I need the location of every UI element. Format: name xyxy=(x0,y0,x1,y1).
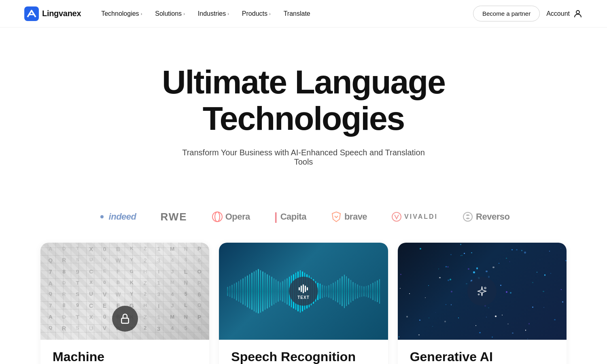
card-speech-title: Speech Recognition xyxy=(231,349,376,364)
hero-section: Ultimate Language Technologies Transform… xyxy=(0,28,607,191)
nav-item-solutions[interactable]: Solutions › xyxy=(149,7,191,21)
svg-point-1 xyxy=(576,11,579,14)
card-machine-translation[interactable]: ADTX0BKZ1MNPQRSUVWY23456789CEFGHIJLOADTX… xyxy=(40,243,209,364)
partners-logos: indeed RWE Opera | Capita brave VIVALDI xyxy=(0,191,607,243)
nav-item-products[interactable]: Products › xyxy=(236,7,276,21)
card-ai-body: Generative AI xyxy=(398,340,567,364)
chevron-icon: › xyxy=(141,11,142,16)
svg-point-2 xyxy=(100,215,104,218)
svg-rect-12 xyxy=(307,287,308,290)
lock-icon-overlay xyxy=(112,306,138,332)
chevron-icon: › xyxy=(227,11,229,16)
card-ai-title: Generative AI xyxy=(410,349,554,364)
logo-brave: brave xyxy=(331,211,367,222)
logo-icon xyxy=(24,6,39,21)
logo-text: Lingvanex xyxy=(42,9,81,18)
logo-reverso: Reverso xyxy=(462,211,509,222)
nav-item-technologies[interactable]: Technologies › xyxy=(96,7,148,21)
logo-opera: Opera xyxy=(212,211,250,222)
opera-icon xyxy=(212,211,223,222)
logo-rwe: RWE xyxy=(161,211,187,223)
card-speech-body: Speech Recognition xyxy=(219,340,388,364)
card-speech-recognition[interactable]: TEXT Speech Recognition xyxy=(219,243,388,364)
chevron-icon: › xyxy=(183,11,185,16)
svg-point-14 xyxy=(478,294,480,295)
svg-rect-8 xyxy=(299,287,300,290)
svg-rect-0 xyxy=(24,6,39,21)
lock-icon xyxy=(119,313,131,325)
vivaldi-icon xyxy=(391,212,402,222)
svg-point-5 xyxy=(392,212,401,221)
svg-rect-9 xyxy=(301,286,302,292)
logo-indeed: indeed xyxy=(98,212,136,222)
card-machine-title: MachineTranslation xyxy=(53,349,197,364)
svg-point-3 xyxy=(212,212,222,222)
waveform-icon xyxy=(298,283,309,294)
logo-vivaldi: VIVALDI xyxy=(391,212,438,222)
nav-links: Technologies › Solutions › Industries › … xyxy=(96,7,473,21)
chevron-icon: › xyxy=(269,11,271,16)
brave-icon xyxy=(331,211,342,222)
svg-rect-7 xyxy=(121,318,129,324)
svg-rect-10 xyxy=(303,284,304,293)
hero-subtitle: Transform Your Business with AI-Enhanced… xyxy=(174,148,433,167)
svg-point-4 xyxy=(215,212,220,222)
nav-item-translate[interactable]: Translate xyxy=(278,7,316,21)
navbar: Lingvanex Technologies › Solutions › Ind… xyxy=(0,0,607,28)
reverso-icon xyxy=(462,211,473,222)
logo-link[interactable]: Lingvanex xyxy=(24,6,81,21)
nav-right: Become a partner Account xyxy=(473,6,583,21)
card-machine-body: MachineTranslation xyxy=(40,340,209,364)
become-partner-button[interactable]: Become a partner xyxy=(473,6,540,21)
card-ai-image xyxy=(398,243,567,340)
product-cards: ADTX0BKZ1MNPQRSUVWY23456789CEFGHIJLOADTX… xyxy=(0,243,607,364)
svg-point-6 xyxy=(463,212,472,221)
card-generative-ai[interactable]: Generative AI xyxy=(398,243,567,364)
account-button[interactable]: Account xyxy=(546,9,583,19)
nav-item-industries[interactable]: Industries › xyxy=(192,7,235,21)
ai-icon-center xyxy=(467,277,497,306)
hero-title: Ultimate Language Technologies xyxy=(129,64,478,137)
card-machine-image: ADTX0BKZ1MNPQRSUVWY23456789CEFGHIJLOADTX… xyxy=(40,243,209,340)
indeed-dot-icon xyxy=(98,212,106,221)
speech-icon-center: TEXT xyxy=(289,277,318,306)
logo-capita: | Capita xyxy=(274,210,306,223)
svg-rect-11 xyxy=(305,286,306,292)
sparkle-icon xyxy=(475,285,488,298)
svg-point-13 xyxy=(484,287,486,289)
account-icon xyxy=(573,9,583,19)
card-speech-image: TEXT xyxy=(219,243,388,340)
